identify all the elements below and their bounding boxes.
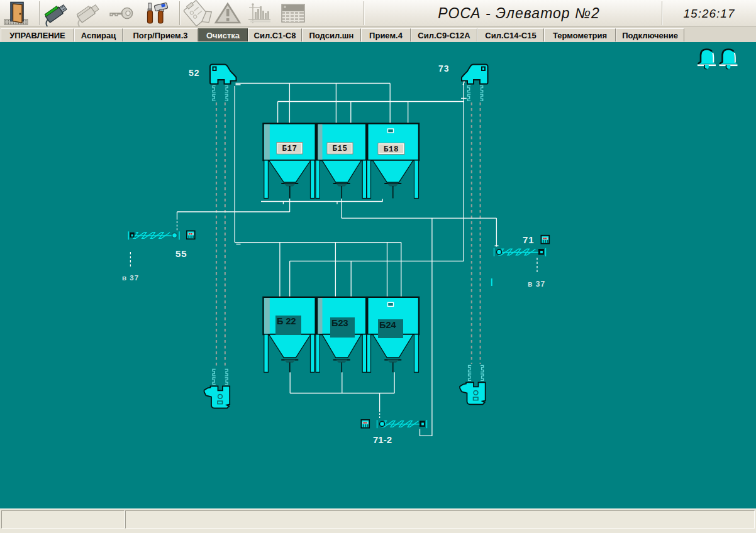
svg-text:Б24: Б24	[379, 320, 396, 330]
svg-text:71: 71	[523, 234, 535, 245]
svg-text:Б23: Б23	[331, 318, 348, 328]
svg-text:Б15: Б15	[332, 145, 347, 153]
svg-text:в 37: в 37	[122, 274, 139, 282]
svg-text:Б18: Б18	[384, 145, 399, 154]
svg-text:Б17: Б17	[282, 145, 297, 153]
svg-text:73: 73	[438, 63, 450, 74]
svg-text:Б 22: Б 22	[277, 316, 296, 326]
svg-text:71-2: 71-2	[373, 434, 392, 445]
svg-text:55: 55	[175, 248, 187, 259]
svg-text:52: 52	[189, 68, 200, 78]
svg-text:в 37: в 37	[528, 280, 545, 288]
